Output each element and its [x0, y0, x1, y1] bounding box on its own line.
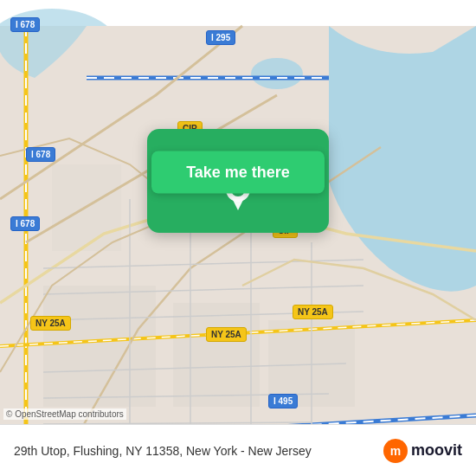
- route-badge-i678-2: I 678: [26, 147, 55, 162]
- svg-marker-13: [231, 196, 245, 210]
- moovit-icon: m: [383, 439, 408, 463]
- svg-rect-6: [43, 286, 156, 407]
- moovit-logo: m moovit: [383, 439, 462, 463]
- route-badge-ny25a-3: NY 25A: [293, 305, 333, 319]
- map-container: I 678 I 678 I 678 I 295 NY 25A NY 25A NY…: [0, 0, 476, 476]
- svg-rect-7: [173, 303, 260, 407]
- moovit-text: moovit: [411, 441, 462, 460]
- osm-credit: © OpenStreetMap contributors: [3, 408, 126, 420]
- route-badge-i295: I 295: [206, 30, 235, 45]
- take-me-there-button[interactable]: Take me there: [151, 151, 325, 194]
- route-badge-i495: I 495: [268, 394, 298, 408]
- route-badge-ny25a-1: NY 25A: [30, 316, 71, 331]
- action-card: Take me there: [147, 129, 329, 233]
- info-bar: 29th Utop, Flushing, NY 11358, New York …: [0, 424, 476, 476]
- svg-point-5: [251, 58, 303, 89]
- route-badge-i678-3: I 678: [10, 216, 40, 231]
- route-badge-i678-1: I 678: [10, 17, 40, 32]
- location-label: 29th Utop, Flushing, NY 11358, New York …: [14, 444, 312, 458]
- route-badge-ny25a-2: NY 25A: [206, 327, 247, 342]
